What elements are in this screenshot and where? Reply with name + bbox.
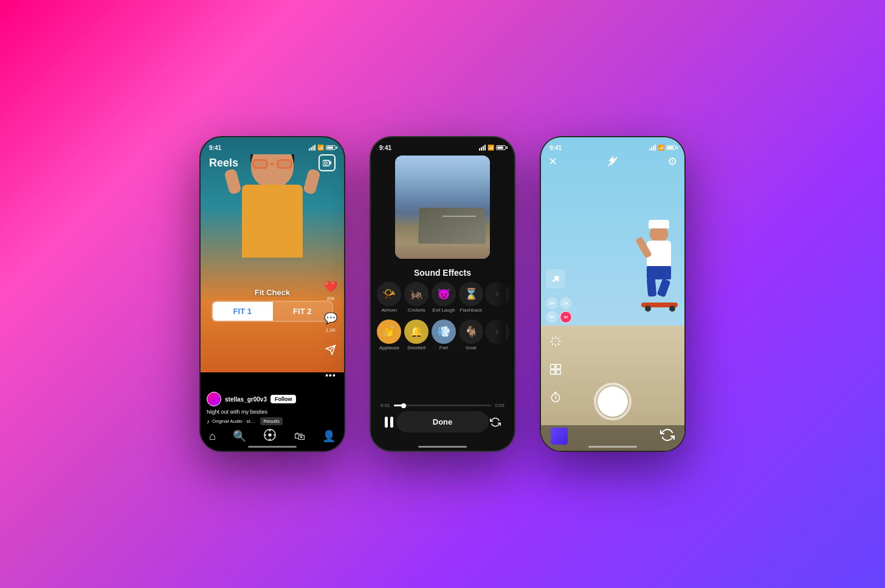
flashback-icon: ⌛ [459,282,483,306]
status-icons-3: 📶 [649,145,676,151]
svg-point-6 [269,438,271,440]
follow-button[interactable]: Follow [270,395,297,403]
goat-label: Goat [466,345,476,350]
sfx-flashback[interactable]: ⌛ Flashback [458,282,484,313]
username[interactable]: stellas_gr00v3 [225,396,267,403]
flashback-label: Flashback [460,307,482,313]
svg-point-13 [557,279,559,281]
speed-3x[interactable]: 3x [546,311,558,323]
share-button[interactable] [322,341,339,358]
wifi-icon-1: 📶 [317,145,324,151]
more-button[interactable]: ••• [322,367,339,384]
phone1-actions: ❤️ 20K 💬 1.2K ••• [322,278,339,384]
audio-text: Original Audio · st... [212,419,254,424]
effects-button[interactable] [546,332,565,351]
status-time-1: 9:41 [209,145,221,151]
phone1-user-info: stellas_gr00v3 Follow Night out with my … [207,392,317,425]
svg-point-4 [269,433,272,437]
landscape-image [395,156,490,259]
speed-90-active[interactable]: 90 [560,311,572,323]
pause-button[interactable] [383,412,396,432]
fart-label: Fart [439,345,448,350]
fart-icon: 💨 [432,320,456,344]
flash-disabled-icon[interactable] [607,154,619,169]
home-indicator-3 [588,446,637,448]
home-nav-icon[interactable]: ⌂ [209,430,216,443]
capture-area [541,383,684,420]
layout-button[interactable] [546,360,565,379]
status-icons-2: 📶 [479,145,506,151]
capture-button[interactable] [594,383,632,420]
sfx-evil-laugh[interactable]: 😈 Evil Laugh [430,282,457,313]
signal-icon-3 [649,145,656,151]
results-badge[interactable]: Results [260,417,283,425]
camera-button[interactable] [319,154,336,171]
video-preview [395,156,490,259]
gallery-thumbnail[interactable] [551,428,568,445]
phone1-header: Reels [209,154,336,171]
refresh-button[interactable] [489,412,502,432]
airhorn-icon: 📯 [377,282,401,306]
speed-2x[interactable]: 2x [560,297,572,309]
svg-rect-15 [556,364,561,369]
status-bar-3: 9:41 📶 [541,137,684,154]
crickets-label: Crickets [408,307,425,313]
svg-rect-17 [556,370,561,375]
sound-effects-label: Sound Effects [371,268,514,278]
timeline-scrubber[interactable] [401,403,406,408]
user-avatar[interactable] [207,392,221,406]
home-indicator-1 [248,446,297,448]
profile-nav-icon[interactable]: 👤 [322,429,336,443]
person-figure [213,154,332,300]
sfx-applause[interactable]: 👏 Applause [376,320,402,350]
like-count: 20K [326,296,335,301]
phone-2: 9:41 📶 Sound Effects 📯 Airhorn 🦗 Cricke [370,136,515,452]
sfx-row-2: 👏 Applause 🔔 Doorbell 💨 Fart 🐐 Goat [373,320,512,350]
svg-rect-9 [385,417,388,428]
done-button[interactable]: Done [396,411,489,432]
fit-check-label: Fit Check [212,288,333,297]
phone2-controls: Done [371,411,514,432]
time-start: 0:01 [381,403,390,408]
sfx-more-1[interactable] [485,282,509,306]
svg-point-7 [265,434,267,436]
signal-icon-1 [309,145,315,151]
doorbell-icon: 🔔 [404,320,429,344]
svg-point-1 [325,162,327,164]
fit-check-overlay: Fit Check FIT 1 FIT 2 [212,288,333,322]
comment-button[interactable]: 💬 1.2K [322,310,339,333]
music-tool-button[interactable] [546,269,565,289]
flip-camera-button[interactable] [660,428,675,445]
signal-icon-2 [479,145,486,151]
sfx-row-1: 📯 Airhorn 🦗 Crickets 😈 Evil Laugh ⌛ Flas… [373,282,512,313]
applause-label: Applause [379,345,399,350]
timeline-bar[interactable] [394,405,492,406]
home-indicator-2 [418,446,467,448]
comment-count: 1.2K [326,327,336,333]
sfx-fart[interactable]: 💨 Fart [430,320,457,350]
status-icons-1: 📶 [309,145,336,151]
status-time-2: 9:41 [379,145,391,151]
evil-laugh-label: Evil Laugh [432,307,455,313]
like-button[interactable]: ❤️ 20K [322,278,339,301]
battery-icon-3 [666,145,676,150]
shop-nav-icon[interactable]: 🛍 [294,430,305,443]
settings-button[interactable]: ⚙ [667,155,677,168]
battery-icon-1 [326,145,336,150]
sfx-goat[interactable]: 🐐 Goat [458,320,484,350]
sfx-crickets[interactable]: 🦗 Crickets [403,282,430,313]
sfx-airhorn[interactable]: 📯 Airhorn [376,282,402,313]
wifi-icon-2: 📶 [487,145,494,151]
reels-nav-icon[interactable] [263,428,277,445]
battery-icon-2 [496,145,506,150]
search-nav-icon[interactable]: 🔍 [233,429,246,443]
phone3-topbar: ✕ ⚙ [548,154,677,169]
sfx-doorbell[interactable]: 🔔 Doorbell [403,320,430,350]
close-button[interactable]: ✕ [548,155,557,168]
sfx-more-2[interactable] [485,320,509,344]
ellipsis-icon: ••• [322,367,339,384]
phone-1: 9:41 📶 [199,136,345,452]
audio-row: ♪ Original Audio · st... Results [207,417,317,425]
fit1-button[interactable]: FIT 1 [213,302,273,321]
speed-1x[interactable]: 1x [546,297,558,309]
